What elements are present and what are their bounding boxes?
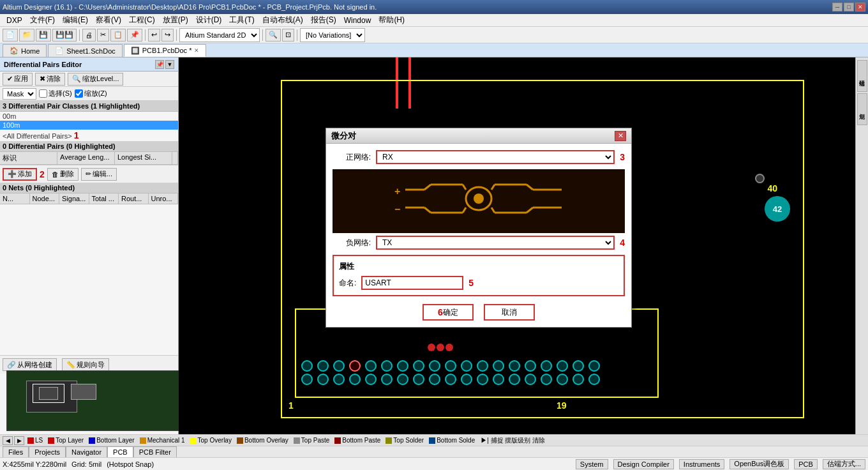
tb-print[interactable]: 🖨 [82, 29, 96, 42]
menu-tools[interactable]: 工具(T) [225, 14, 258, 26]
zoom-icon: 🔍 [72, 75, 81, 83]
rules-button[interactable]: 📏 规则向导 [62, 358, 109, 371]
from-net-button[interactable]: 🔗 从网络创建 [3, 358, 57, 371]
mask-select[interactable]: Mask [3, 88, 36, 100]
layer-top-paste[interactable]: Top Paste [292, 437, 331, 444]
minimap [6, 370, 184, 431]
layer-bottom[interactable]: Bottom Layer [87, 437, 136, 444]
tb-undo[interactable]: ↩ [148, 29, 160, 42]
zoom-checkbox[interactable] [75, 89, 83, 98]
class-item-100m[interactable]: 100m [0, 121, 178, 130]
clear-button[interactable]: ✖ 清除 [35, 73, 65, 86]
right-btn-2[interactable]: 规划 [857, 93, 867, 125]
pos-net-select[interactable]: RX [376, 150, 615, 164]
status-pcb[interactable]: PCB [794, 459, 818, 469]
layer-scroll-left[interactable]: ◀ [3, 436, 13, 445]
layer-bottom-solder[interactable]: Bottom Solde [427, 437, 477, 444]
remove-icon: 🗑 [52, 171, 59, 178]
tb-cut[interactable]: ✂ [97, 29, 109, 42]
from-net-icon: 🔗 [7, 361, 16, 369]
remove-button[interactable]: 🗑 删除 [47, 168, 79, 181]
tb-zoomfit[interactable]: ⊡ [282, 29, 294, 42]
maximize-button[interactable]: □ [844, 3, 854, 11]
menu-project[interactable]: 工程(C) [125, 14, 159, 26]
layer-bottom-paste[interactable]: Bottom Paste [333, 437, 382, 444]
menu-dxp[interactable]: DXP [3, 15, 26, 26]
add-button[interactable]: ➕ 添加 [3, 168, 37, 181]
tab-pcb-icon: 🔲 [131, 47, 140, 55]
annotation-1: 1 [74, 130, 79, 140]
layer-mech1[interactable]: Mechanical 1 [138, 437, 187, 444]
btab-navigator[interactable]: Navigator [66, 446, 107, 457]
variations-select[interactable]: [No Variations] [300, 28, 365, 42]
tb-zoom[interactable]: 🔍 [266, 29, 281, 42]
class-item-00m[interactable]: 00m [0, 112, 178, 121]
edit-button[interactable]: ✏ 编辑... [81, 168, 117, 181]
neg-net-select[interactable]: TX [376, 236, 615, 250]
layer-more[interactable]: ▶| 捕捉 摆版级别 清除 [481, 436, 545, 445]
svg-point-9 [474, 193, 484, 204]
props-title: 属性 [339, 261, 618, 272]
apply-button[interactable]: ✔ 应用 [3, 73, 33, 86]
cancel-button[interactable]: 取消 [484, 304, 535, 321]
status-design-compiler[interactable]: Design Compiler [613, 459, 674, 469]
menu-view[interactable]: 察看(V) [92, 14, 125, 26]
svg-text:+: + [394, 186, 400, 197]
tb-open[interactable]: 📁 [19, 29, 34, 42]
status-mode[interactable]: 估端方式... [823, 459, 865, 469]
confirm-button[interactable]: 6 确定 [423, 304, 474, 321]
tb-paste[interactable]: 📌 [127, 29, 142, 42]
status-openbus[interactable]: OpenBus调色板 [730, 459, 789, 469]
right-vertical-panel: 估端研 规划 [855, 57, 868, 434]
tb-save[interactable]: 💾 [36, 29, 51, 42]
tb-redo[interactable]: ↪ [161, 29, 174, 42]
dialog-close-button[interactable]: ✕ [615, 131, 626, 141]
status-instruments[interactable]: Instruments [679, 459, 724, 469]
btab-pcb[interactable]: PCB [107, 446, 133, 457]
menu-place[interactable]: 放置(P) [159, 14, 192, 26]
layer-scroll-right[interactable]: ▶ [14, 436, 24, 445]
menu-autoroute[interactable]: 自动布线(A) [258, 14, 307, 26]
window-title: Altium Designer (16.1) - C:\Users\Admini… [3, 3, 377, 11]
menu-edit[interactable]: 编辑(E) [59, 14, 92, 26]
tb-saveall[interactable]: 💾💾 [52, 29, 77, 42]
select-checkbox[interactable] [39, 89, 47, 98]
status-right: System Design Compiler Instruments OpenB… [576, 459, 865, 469]
status-system[interactable]: System [576, 459, 608, 469]
menu-design[interactable]: 设计(D) [192, 14, 226, 26]
close-button[interactable]: ✕ [855, 3, 865, 11]
minimize-button[interactable]: ─ [832, 3, 842, 11]
tb-new[interactable]: 📄 [3, 29, 18, 42]
layer-bottom-overlay[interactable]: Bottom Overlay [235, 437, 290, 444]
layer-top[interactable]: Top Layer [46, 437, 86, 444]
btab-files[interactable]: Files [3, 446, 29, 457]
btab-pcb-filter[interactable]: PCB Filter [133, 446, 177, 457]
standard-select[interactable]: Altium Standard 2D [179, 28, 260, 42]
bottom-tabs: Files Projects Navigator PCB PCB Filter [0, 446, 868, 457]
main-area: Differential Pairs Editor 📌 ▼ ✔ 应用 ✖ 清除 … [0, 57, 868, 434]
dp-preview: + − [333, 169, 625, 233]
btab-projects[interactable]: Projects [29, 446, 66, 457]
menu-help[interactable]: 帮助(H) [375, 14, 408, 26]
dialog-title-text: 微分对 [331, 130, 356, 142]
right-btn-1[interactable]: 估端研 [857, 60, 867, 92]
menu-window[interactable]: Window [340, 15, 375, 26]
panel-pin[interactable]: 📌 [155, 60, 164, 69]
zoom-button[interactable]: 🔍 缩放Level... [68, 73, 123, 86]
edit-icon: ✏ [86, 170, 91, 178]
layer-ls[interactable]: LS [26, 437, 45, 444]
tab-sheet[interactable]: 📄 Sheet1.SchDoc [48, 44, 122, 57]
tab-pcb-close[interactable]: ✕ [194, 47, 199, 54]
tab-home[interactable]: 🏠 Home [3, 44, 47, 57]
layer-top-overlay[interactable]: Top Overlay [188, 437, 234, 444]
panel-dropdown-btn[interactable]: ▼ [165, 60, 174, 69]
menu-reports[interactable]: 报告(S) [307, 14, 340, 26]
menu-file[interactable]: 文件(F) [26, 14, 59, 26]
name-input[interactable] [361, 276, 463, 290]
nets-col-header: N... Node... Signa... Total ... Rout... … [0, 193, 178, 204]
dialog-buttons: 6 确定 取消 [333, 304, 625, 321]
all-pairs[interactable]: <All Differential Pairs> 1 [0, 130, 178, 141]
tab-pcb[interactable]: 🔲 PCB1.PcbDoc * ✕ [124, 44, 207, 57]
layer-top-solder[interactable]: Top Solder [384, 437, 426, 444]
tb-copy[interactable]: 📋 [110, 29, 126, 42]
